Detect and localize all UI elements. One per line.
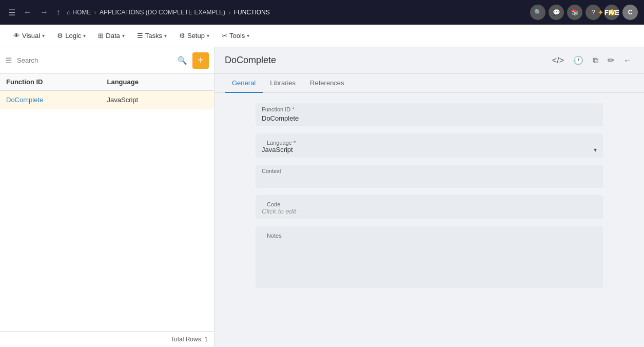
code-placeholder: Click to edit: [262, 207, 296, 215]
history-button[interactable]: 🕐: [571, 53, 586, 67]
breadcrumb-sep-1: ›: [94, 8, 96, 16]
app-logo: ✦ FIVE: [598, 9, 619, 16]
code-view-button[interactable]: </>: [550, 54, 566, 67]
setup-icon: ⚙: [179, 32, 185, 40]
search-global-icon[interactable]: 🔍: [530, 5, 545, 20]
nav-logic[interactable]: ⚙ Logic ▾: [52, 29, 91, 43]
back-icon[interactable]: ←: [22, 6, 34, 19]
tools-icon: ✂: [222, 32, 227, 40]
setup-arrow: ▾: [207, 33, 209, 38]
edit-button[interactable]: ✏: [606, 53, 616, 67]
function-id-field: Function ID *: [256, 103, 603, 126]
visual-icon: 👁: [13, 32, 20, 40]
data-icon: ⊞: [98, 32, 104, 40]
language-field[interactable]: Language * JavaScript ▾: [256, 133, 603, 158]
form-area: Function ID * Language * JavaScript ▾ Co…: [214, 93, 644, 298]
nav-data[interactable]: ⊞ Data ▾: [93, 29, 129, 43]
total-rows-label: Total Rows: 1: [171, 336, 208, 343]
notes-textarea[interactable]: [262, 239, 597, 280]
forward-icon[interactable]: →: [38, 6, 50, 19]
nav-setup[interactable]: ⚙ Setup ▾: [174, 29, 214, 43]
sidebar-toolbar: ☰ 🔍 +: [0, 47, 214, 74]
code-label: Code: [262, 198, 597, 207]
top-nav: ☰ ← → ↑ ⌂ HOME › APPLICATIONS (DO COMPLE…: [0, 0, 644, 25]
tab-general[interactable]: General: [225, 74, 263, 93]
tasks-arrow: ▾: [164, 33, 167, 38]
user-avatar[interactable]: C: [622, 5, 638, 20]
content-title: DoComplete: [225, 55, 276, 66]
tools-arrow: ▾: [247, 33, 249, 38]
dropdown-arrow-icon: ▾: [594, 146, 597, 153]
tabs-bar: General Libraries References: [214, 74, 644, 93]
function-id-input[interactable]: [262, 114, 587, 122]
up-icon[interactable]: ↑: [54, 6, 63, 19]
breadcrumb-functions[interactable]: FUNCTIONS: [234, 9, 270, 16]
context-field: Context: [256, 165, 603, 188]
breadcrumb-home[interactable]: ⌂ HOME: [67, 9, 91, 16]
books-icon[interactable]: 📚: [567, 5, 582, 20]
code-field[interactable]: Code Click to edit: [256, 195, 603, 219]
close-button[interactable]: ←: [621, 54, 634, 67]
notes-field[interactable]: Notes: [256, 226, 603, 288]
row-language: JavaScript: [107, 96, 208, 104]
data-arrow: ▾: [122, 33, 125, 38]
search-icon[interactable]: 🔍: [175, 54, 189, 67]
nav-tasks[interactable]: ☰ Tasks ▾: [132, 29, 172, 43]
sidebar-footer: Total Rows: 1: [0, 331, 214, 347]
tab-references[interactable]: References: [303, 74, 351, 93]
main-layout: ☰ 🔍 + Function ID Language DoComplete Ja…: [0, 47, 644, 347]
sidebar: ☰ 🔍 + Function ID Language DoComplete Ja…: [0, 47, 214, 347]
tab-libraries[interactable]: Libraries: [263, 74, 303, 93]
search-wrap: [15, 54, 172, 66]
nav-visual[interactable]: 👁 Visual ▾: [8, 29, 50, 43]
breadcrumb: ⌂ HOME › APPLICATIONS (DO COMPLETE EXAMP…: [67, 8, 526, 16]
visual-arrow: ▾: [42, 33, 45, 38]
header-actions: </> 🕐 ⧉ ✏ ←: [550, 53, 634, 67]
table-row[interactable]: DoComplete JavaScript: [0, 91, 214, 109]
home-icon: ⌂: [67, 9, 70, 16]
notes-label: Notes: [262, 229, 597, 239]
chat-icon[interactable]: 💬: [549, 5, 564, 20]
add-button[interactable]: +: [192, 52, 209, 69]
logic-arrow: ▾: [83, 33, 86, 38]
row-function-id: DoComplete: [6, 96, 107, 104]
filter-icon[interactable]: ☰: [5, 56, 12, 65]
nav-tools[interactable]: ✂ Tools ▾: [217, 29, 255, 43]
breadcrumb-sep-2: ›: [228, 8, 231, 16]
col-header-language: Language: [107, 78, 208, 86]
function-id-label: Function ID *: [262, 106, 597, 112]
context-label: Context: [262, 168, 597, 174]
logic-icon: ⚙: [57, 32, 63, 40]
content-header: DoComplete </> 🕐 ⧉ ✏ ←: [214, 47, 644, 74]
language-select-inner: JavaScript ▾: [262, 146, 597, 153]
search-input[interactable]: [15, 54, 172, 66]
secondary-nav: 👁 Visual ▾ ⚙ Logic ▾ ⊞ Data ▾ ☰ Tasks ▾ …: [0, 25, 644, 47]
tasks-icon: ☰: [137, 32, 143, 40]
col-header-function: Function ID: [6, 78, 107, 86]
content-area: DoComplete </> 🕐 ⧉ ✏ ← General Libraries…: [214, 47, 644, 347]
table-header: Function ID Language: [0, 74, 214, 91]
top-nav-right: 🔍 💬 📚 ? 🔔 C: [530, 5, 638, 20]
context-input[interactable]: [262, 176, 587, 184]
menu-icon[interactable]: ☰: [6, 6, 17, 20]
language-label: Language *: [262, 137, 597, 146]
copy-button[interactable]: ⧉: [591, 54, 600, 67]
language-value: JavaScript: [262, 146, 293, 153]
breadcrumb-app[interactable]: APPLICATIONS (DO COMPLETE EXAMPLE): [100, 9, 225, 16]
